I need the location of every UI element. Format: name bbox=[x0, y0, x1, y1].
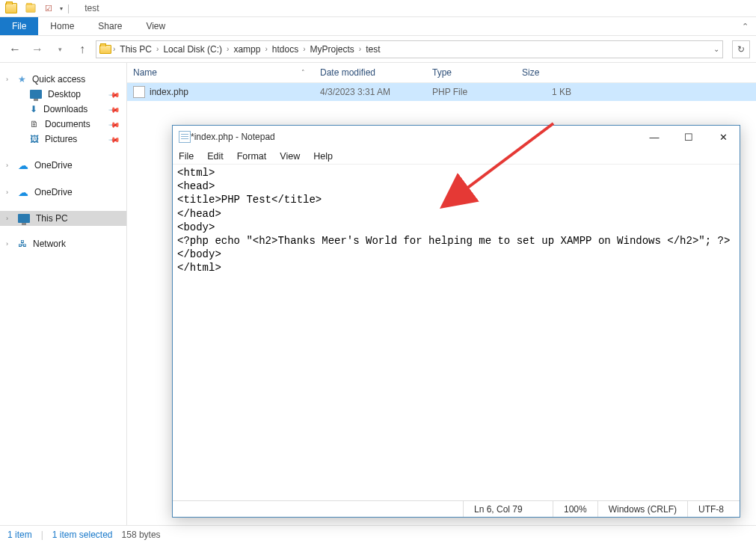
crumb-test[interactable]: test bbox=[363, 44, 383, 55]
sidebar-pictures[interactable]: 🖼 Pictures 📌 bbox=[0, 132, 126, 147]
menu-view[interactable]: View bbox=[280, 151, 300, 162]
nav-forward: → bbox=[28, 40, 46, 58]
sidebar-label: Desktop bbox=[48, 89, 81, 99]
sort-asc-icon: ˄ bbox=[301, 69, 320, 76]
tab-home[interactable]: Home bbox=[38, 17, 86, 35]
chevron-right-icon[interactable]: › bbox=[6, 188, 8, 196]
pin-icon: 📌 bbox=[108, 88, 120, 100]
explorer-titlebar: ☑ ▾ | test bbox=[0, 0, 756, 17]
tab-share[interactable]: Share bbox=[86, 17, 134, 35]
chevron-right-icon[interactable]: › bbox=[359, 45, 361, 53]
sidebar-onedrive2[interactable]: › ☁ OneDrive bbox=[0, 184, 126, 200]
title-separator: | bbox=[67, 3, 70, 13]
sidebar-label: Downloads bbox=[43, 104, 87, 114]
chevron-right-icon[interactable]: › bbox=[156, 45, 159, 53]
chevron-right-icon[interactable]: › bbox=[227, 45, 229, 53]
navbar: ← → ▾ ↑ › This PC › Local Disk (C:) › xa… bbox=[0, 36, 756, 63]
address-bar[interactable]: › This PC › Local Disk (C:) › xampp › ht… bbox=[96, 40, 723, 58]
file-row[interactable]: index.php 4/3/2023 3:31 AM PHP File 1 KB bbox=[127, 83, 756, 101]
column-headers: Name ˄ Date modified Type Size bbox=[127, 63, 756, 83]
nav-recent-dropdown[interactable]: ▾ bbox=[51, 40, 69, 58]
chevron-right-icon[interactable]: › bbox=[113, 45, 115, 53]
status-bytes: 158 bytes bbox=[122, 530, 161, 540]
maximize-button[interactable]: ☐ bbox=[678, 129, 699, 145]
sidebar-this-pc[interactable]: › This PC bbox=[0, 211, 126, 226]
window-title: test bbox=[84, 3, 99, 13]
statusbar: 1 item | 1 item selected 158 bytes bbox=[0, 525, 756, 543]
chevron-right-icon[interactable]: › bbox=[303, 45, 305, 53]
chevron-right-icon[interactable]: › bbox=[6, 162, 8, 169]
cloud-icon: ☁ bbox=[18, 159, 28, 171]
sidebar-network[interactable]: › 🖧 Network bbox=[0, 236, 126, 251]
np-status-eol: Windows (CRLF) bbox=[597, 501, 687, 517]
col-header-date[interactable]: Date modified bbox=[320, 67, 432, 78]
minimize-button[interactable]: — bbox=[644, 129, 665, 145]
network-icon: 🖧 bbox=[18, 239, 27, 249]
status-item-count: 1 item bbox=[7, 530, 32, 540]
sidebar-label: Quick access bbox=[32, 74, 85, 85]
notepad-icon bbox=[179, 131, 191, 143]
sidebar-quick-access[interactable]: › ★ Quick access bbox=[0, 72, 126, 87]
qat-properties[interactable] bbox=[22, 0, 39, 16]
qat-dropdown[interactable]: ▾ bbox=[60, 5, 63, 12]
menu-format[interactable]: Format bbox=[237, 151, 267, 162]
col-label: Name bbox=[133, 67, 157, 78]
nav-back[interactable]: ← bbox=[6, 40, 24, 58]
notepad-textarea[interactable]: <html> <head> <title>PHP Test</title> </… bbox=[173, 165, 740, 500]
sidebar-label: This PC bbox=[36, 213, 68, 224]
menu-file[interactable]: File bbox=[179, 151, 194, 162]
nav-up[interactable]: ↑ bbox=[73, 40, 91, 58]
pin-icon: 📌 bbox=[108, 118, 120, 130]
col-header-size[interactable]: Size bbox=[522, 67, 582, 78]
crumb-htdocs[interactable]: htdocs bbox=[269, 44, 301, 55]
np-status-enc: UTF-8 bbox=[687, 501, 740, 517]
monitor-icon bbox=[18, 214, 30, 223]
cloud-icon: ☁ bbox=[18, 186, 28, 198]
notepad-statusbar: Ln 6, Col 79 100% Windows (CRLF) UTF-8 bbox=[173, 500, 740, 517]
np-status-pos: Ln 6, Col 79 bbox=[463, 501, 553, 517]
file-type: PHP File bbox=[432, 87, 522, 97]
chevron-right-icon[interactable]: › bbox=[6, 76, 8, 83]
notepad-title: *index.php - Notepad bbox=[191, 132, 275, 142]
crumb-myprojects[interactable]: MyProjects bbox=[307, 44, 357, 55]
address-dropdown-icon[interactable]: ⌄ bbox=[713, 45, 719, 53]
qat-checkbox[interactable]: ☑ bbox=[40, 0, 57, 16]
refresh-button[interactable]: ↻ bbox=[732, 40, 750, 58]
tab-view[interactable]: View bbox=[134, 17, 177, 35]
sidebar-label: OneDrive bbox=[34, 160, 73, 171]
app-icon bbox=[3, 0, 19, 16]
sidebar-label: OneDrive bbox=[34, 187, 73, 197]
chevron-right-icon[interactable]: › bbox=[6, 240, 8, 248]
col-header-type[interactable]: Type bbox=[432, 67, 522, 78]
status-selected: 1 item selected bbox=[52, 530, 113, 540]
pictures-icon: 🖼 bbox=[30, 134, 39, 144]
downloads-icon: ⬇ bbox=[30, 104, 37, 114]
chevron-right-icon[interactable]: › bbox=[265, 45, 267, 53]
close-button[interactable]: ✕ bbox=[713, 129, 734, 145]
menu-help[interactable]: Help bbox=[313, 151, 333, 162]
address-folder-icon bbox=[99, 45, 111, 54]
sidebar-downloads[interactable]: ⬇ Downloads 📌 bbox=[0, 102, 126, 117]
notepad-titlebar[interactable]: *index.php - Notepad — ☐ ✕ bbox=[173, 126, 740, 148]
sidebar-desktop[interactable]: Desktop 📌 bbox=[0, 87, 126, 102]
notepad-window: *index.php - Notepad — ☐ ✕ File Edit For… bbox=[172, 125, 740, 518]
chevron-right-icon[interactable]: › bbox=[6, 215, 8, 222]
sidebar-onedrive1[interactable]: › ☁ OneDrive bbox=[0, 157, 126, 174]
notepad-menubar: File Edit Format View Help bbox=[173, 148, 740, 165]
ribbon: File Home Share View ⌃ bbox=[0, 17, 756, 36]
refresh-icon: ↻ bbox=[737, 44, 745, 55]
star-icon: ★ bbox=[18, 74, 26, 85]
documents-icon: 🗎 bbox=[30, 119, 39, 129]
crumb-localdisk[interactable]: Local Disk (C:) bbox=[160, 44, 225, 55]
sidebar-label: Network bbox=[33, 239, 66, 249]
file-date: 4/3/2023 3:31 AM bbox=[320, 87, 432, 97]
crumb-xampp[interactable]: xampp bbox=[230, 44, 263, 55]
tab-file[interactable]: File bbox=[0, 17, 38, 35]
col-header-name[interactable]: Name ˄ bbox=[133, 67, 320, 78]
ribbon-expand-icon[interactable]: ⌃ bbox=[742, 22, 749, 31]
sidebar-documents[interactable]: 🗎 Documents 📌 bbox=[0, 117, 126, 132]
crumb-thispc[interactable]: This PC bbox=[117, 44, 155, 55]
pin-icon: 📌 bbox=[108, 133, 120, 145]
np-status-zoom: 100% bbox=[553, 501, 597, 517]
menu-edit[interactable]: Edit bbox=[207, 151, 224, 162]
